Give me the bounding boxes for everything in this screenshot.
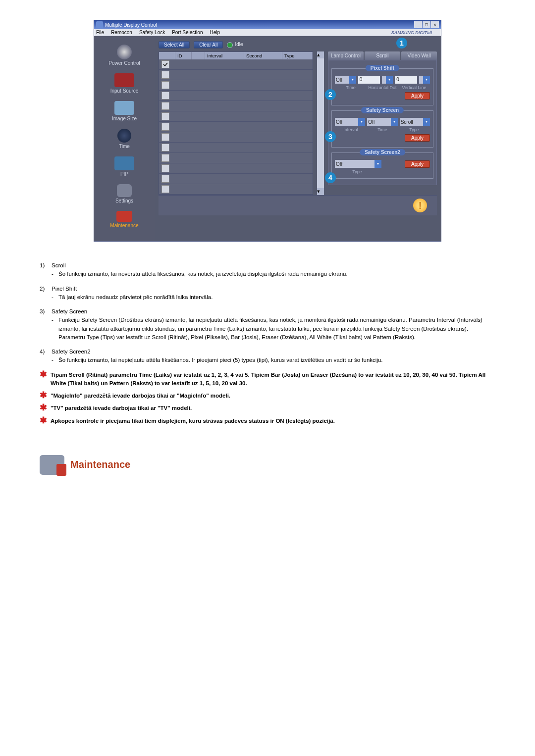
notes-section: 1)Scroll Šo funkciju izmanto, lai novērs… <box>40 261 495 425</box>
select-all-button[interactable]: Select All <box>159 41 190 49</box>
checkbox[interactable] <box>161 175 169 183</box>
star-note: ✱"MagicInfo" paredzētā ievade darbojas t… <box>40 392 495 400</box>
safety-screen-type-select[interactable]: Scroll▾ <box>400 118 430 126</box>
safety-screen2-apply-button[interactable]: Apply <box>405 160 430 168</box>
tab-lamp-control[interactable]: Lamp Control <box>328 51 364 60</box>
menu-port-selection[interactable]: Port Selection <box>172 30 203 35</box>
clear-all-button[interactable]: Clear All <box>194 41 223 49</box>
maximize-button[interactable]: □ <box>423 21 430 28</box>
chevron-down-icon: ▾ <box>423 76 430 84</box>
sidebar-item-time[interactable]: Time <box>97 127 152 155</box>
sidebar-item-power-control[interactable]: Power Control <box>97 43 152 72</box>
chevron-down-icon: ▾ <box>358 118 365 126</box>
star-icon: ✱ <box>40 371 47 378</box>
app-window: Multiple Display Control _ □ × File Remo… <box>94 20 441 242</box>
menu-file[interactable]: File <box>96 30 104 35</box>
grid-header: ID Interval Second Type <box>159 52 313 59</box>
sidebar-item-pip[interactable]: PIP <box>97 155 152 183</box>
titlebar: Multiple Display Control _ □ × <box>94 20 441 29</box>
tab-scroll[interactable]: Scroll <box>365 51 400 60</box>
pixel-shift-vl-input[interactable]: 0 <box>395 76 417 84</box>
safety-screen-group: Safety Screen Off▾ Off▾ Scroll▾ Interval… <box>331 110 433 148</box>
checkbox[interactable] <box>161 185 169 193</box>
checkbox[interactable] <box>161 81 169 89</box>
menu-safety-lock[interactable]: Safety Lock <box>139 30 165 35</box>
note-2-title: Pixel Shift <box>52 286 77 292</box>
star-icon: ✱ <box>40 417 47 424</box>
table-row[interactable] <box>159 184 313 195</box>
safety-screen2-legend: Safety Screen2 <box>360 149 405 155</box>
chevron-down-icon: ▾ <box>423 118 430 126</box>
table-row[interactable] <box>159 59 313 70</box>
note-3-body: Funkciju Safety Screen (Drošības ekrāns)… <box>52 316 495 342</box>
source-icon <box>114 73 134 87</box>
table-row[interactable] <box>159 101 313 111</box>
status-dot-icon <box>227 42 233 48</box>
table-row[interactable] <box>159 143 313 153</box>
table-row[interactable] <box>159 70 313 80</box>
pixel-shift-legend: Pixel Shift <box>366 65 399 71</box>
star-note: ✱Apkopes kontrole ir pieejama tikai tiem… <box>40 417 495 425</box>
checkbox[interactable] <box>161 92 169 100</box>
table-row[interactable] <box>159 132 313 143</box>
checkbox[interactable] <box>161 154 169 162</box>
chevron-down-icon: ▾ <box>374 160 381 168</box>
checkbox[interactable] <box>161 133 169 141</box>
scrollbar[interactable]: ▴▾ <box>317 51 324 195</box>
note-3-title: Safety Screen <box>52 308 87 314</box>
star-note: ✱Tipam Scroll (Ritināt) parametru Time (… <box>40 371 495 388</box>
table-row[interactable] <box>159 122 313 132</box>
checkbox[interactable] <box>161 71 169 79</box>
scroll-down-icon[interactable]: ▾ <box>317 188 324 195</box>
menu-help[interactable]: Help <box>210 30 220 35</box>
sidebar-item-image-size[interactable]: Image Size <box>97 100 152 127</box>
checkbox[interactable] <box>161 164 169 172</box>
checkbox[interactable] <box>161 123 169 131</box>
menu-remocon[interactable]: Remocon <box>111 30 132 35</box>
callout-4: 4 <box>325 172 336 183</box>
minimize-button[interactable]: _ <box>414 21 422 28</box>
pixel-shift-hd-stepper[interactable]: ▾ <box>382 76 393 84</box>
pixel-shift-hd-input[interactable]: 0 <box>358 76 380 84</box>
safety-screen2-group: Safety Screen2 Off▾ Apply Type 4 <box>331 152 433 179</box>
note-2-body: Tā ļauj ekrānu nedaudz pārvietot pēc nor… <box>52 293 495 302</box>
table-row[interactable] <box>159 111 313 122</box>
app-icon <box>96 21 103 28</box>
pixel-shift-vl-stepper[interactable]: ▾ <box>419 76 430 84</box>
safety-screen-interval-select[interactable]: Off▾ <box>335 118 365 126</box>
status-idle: Idle <box>227 42 243 48</box>
window-title: Multiple Display Control <box>105 22 157 28</box>
table-row[interactable] <box>159 80 313 91</box>
checkbox[interactable] <box>161 102 169 110</box>
checkbox[interactable] <box>161 60 169 68</box>
note-1-body: Šo funkciju izmanto, lai novērstu attēla… <box>52 270 495 278</box>
dial-icon <box>117 45 132 59</box>
pixel-shift-time-select[interactable]: Off▾ <box>335 76 356 84</box>
close-button[interactable]: × <box>431 21 439 28</box>
clock-icon <box>117 129 131 143</box>
maintenance-section-icon <box>40 455 64 475</box>
sidebar: Power Control Input Source Image Size Ti… <box>94 36 155 241</box>
checkbox[interactable] <box>161 112 169 120</box>
table-row[interactable] <box>159 91 313 101</box>
sidebar-item-settings[interactable]: Settings <box>97 183 152 209</box>
callout-1: 1 <box>396 38 407 49</box>
table-row[interactable] <box>159 163 313 174</box>
scroll-up-icon[interactable]: ▴ <box>317 51 324 58</box>
menubar: File Remocon Safety Lock Port Selection … <box>94 29 441 36</box>
checkbox[interactable] <box>161 144 169 151</box>
table-row[interactable] <box>159 174 313 184</box>
safety-screen-apply-button[interactable]: Apply <box>405 134 430 142</box>
star-icon: ✱ <box>40 392 47 399</box>
safety-screen-time-select[interactable]: Off▾ <box>367 118 397 126</box>
chevron-down-icon: ▾ <box>391 118 398 126</box>
sidebar-item-maintenance[interactable]: Maintenance <box>97 209 152 234</box>
gear-icon <box>117 184 132 197</box>
sidebar-item-input-source[interactable]: Input Source <box>97 72 152 100</box>
table-row[interactable] <box>159 153 313 163</box>
note-4-title: Safety Screen2 <box>52 349 91 354</box>
tab-video-wall[interactable]: Video Wall <box>401 51 437 60</box>
pixel-shift-group: Pixel Shift Off▾ 0 ▾ 0 ▾ TimeHorizontal … <box>331 68 433 105</box>
pixel-shift-apply-button[interactable]: Apply <box>405 92 430 100</box>
safety-screen2-type-select[interactable]: Off▾ <box>335 160 381 168</box>
